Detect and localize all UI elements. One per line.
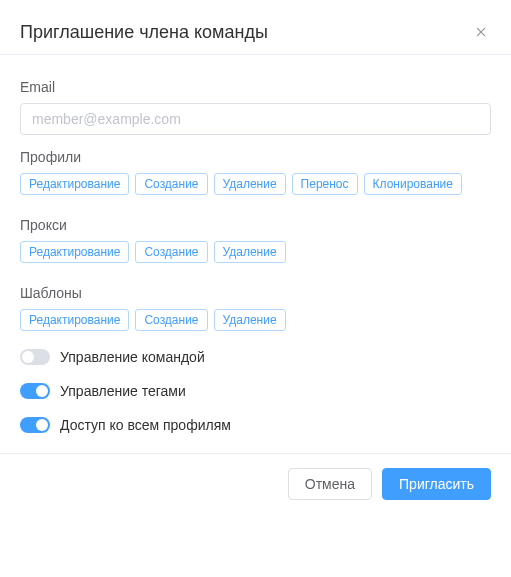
permission-tag-удаление[interactable]: Удаление: [214, 309, 286, 331]
permission-tag-удаление[interactable]: Удаление: [214, 241, 286, 263]
permission-tag-редактирование[interactable]: Редактирование: [20, 173, 129, 195]
invite-button[interactable]: Пригласить: [382, 468, 491, 500]
permission-tag-редактирование[interactable]: Редактирование: [20, 309, 129, 331]
dialog-body: Email ПрофилиРедактированиеСозданиеУдале…: [0, 55, 511, 453]
permission-tag-клонирование[interactable]: Клонирование: [364, 173, 462, 195]
dialog-footer: Отмена Пригласить: [0, 453, 511, 514]
dialog-header: Приглашение члена команды: [0, 0, 511, 54]
dialog-title: Приглашение члена команды: [20, 20, 268, 44]
switch-knob: [22, 351, 34, 363]
permission-tag-редактирование[interactable]: Редактирование: [20, 241, 129, 263]
permission-group-прокси: ПроксиРедактированиеСозданиеУдаление: [20, 217, 491, 263]
permission-tag-row: РедактированиеСозданиеУдалениеПереносКло…: [20, 173, 491, 195]
email-input[interactable]: [20, 103, 491, 135]
permission-tag-создание[interactable]: Создание: [135, 241, 207, 263]
permission-group-label: Прокси: [20, 217, 491, 233]
switch-label: Управление тегами: [60, 383, 186, 399]
switch-toggle-управление-командой[interactable]: [20, 349, 50, 365]
switch-knob: [36, 385, 48, 397]
email-label: Email: [20, 79, 491, 95]
permission-group-профили: ПрофилиРедактированиеСозданиеУдалениеПер…: [20, 149, 491, 195]
switch-toggle-доступ-ко-всем-профилям[interactable]: [20, 417, 50, 433]
permission-group-label: Шаблоны: [20, 285, 491, 301]
permission-tag-row: РедактированиеСозданиеУдаление: [20, 241, 491, 263]
switch-row-управление-тегами: Управление тегами: [20, 383, 491, 399]
permission-tag-создание[interactable]: Создание: [135, 173, 207, 195]
cancel-button[interactable]: Отмена: [288, 468, 372, 500]
email-field-item: Email: [20, 79, 491, 135]
invite-member-dialog: Приглашение члена команды Email ПрофилиР…: [0, 0, 511, 514]
switch-toggle-управление-тегами[interactable]: [20, 383, 50, 399]
permission-tag-перенос[interactable]: Перенос: [292, 173, 358, 195]
switch-row-доступ-ко-всем-профилям: Доступ ко всем профилям: [20, 417, 491, 433]
permission-group-шаблоны: ШаблоныРедактированиеСозданиеУдаление: [20, 285, 491, 331]
permission-group-label: Профили: [20, 149, 491, 165]
permission-tag-удаление[interactable]: Удаление: [214, 173, 286, 195]
switch-label: Управление командой: [60, 349, 205, 365]
switch-knob: [36, 419, 48, 431]
permission-tag-row: РедактированиеСозданиеУдаление: [20, 309, 491, 331]
switch-row-управление-командой: Управление командой: [20, 349, 491, 365]
close-icon[interactable]: [471, 22, 491, 42]
switch-label: Доступ ко всем профилям: [60, 417, 231, 433]
permission-tag-создание[interactable]: Создание: [135, 309, 207, 331]
